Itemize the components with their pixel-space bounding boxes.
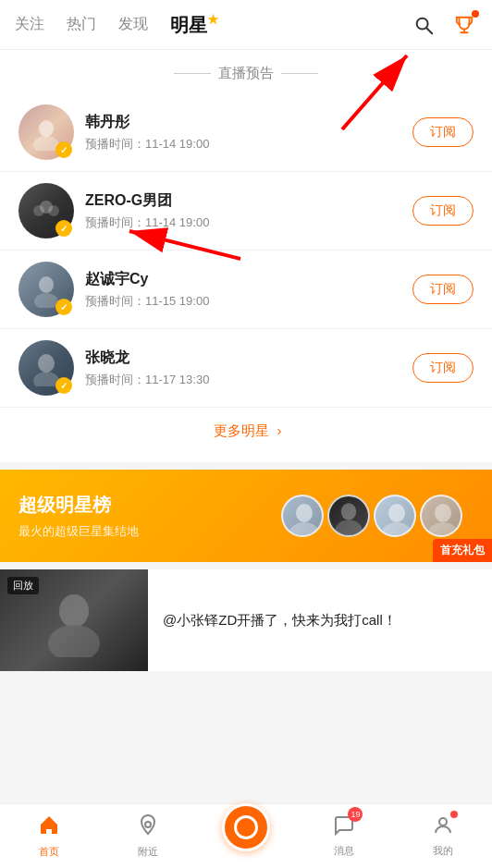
live-button[interactable]: [222, 803, 270, 851]
star-name-han: 韩丹彤: [85, 113, 412, 132]
star-item-han: ✓ 韩丹彤 预播时间：11-14 19:00 订阅: [0, 93, 492, 172]
banner-avatar-3: [374, 495, 416, 537]
star-time-zero: 预播时间：11-14 19:00: [85, 214, 412, 231]
nav-stars[interactable]: 明星★: [170, 12, 219, 38]
more-stars-link[interactable]: 更多明星 ›: [0, 408, 492, 455]
nav-icons: [411, 12, 477, 38]
avatar-wrap-han: ✓: [18, 104, 74, 160]
avatar-wrap-zhang: ✓: [18, 340, 74, 396]
star-info-zhao: 赵诚宇Cy 预播时间：11-15 19:00: [85, 270, 412, 310]
star-info-han: 韩丹彤 预播时间：11-14 19:00: [85, 113, 412, 153]
messages-icon-wrap: 19: [333, 814, 355, 840]
nav-tab-nearby[interactable]: 附近: [98, 813, 196, 859]
nav-tab-live[interactable]: [197, 822, 295, 851]
nav-items: 关注 热门 发现 明星★: [15, 12, 411, 38]
star-name-zhang: 张晓龙: [85, 348, 412, 368]
svg-point-9: [38, 354, 55, 373]
mine-icon: [432, 814, 454, 837]
replay-badge: 回放: [7, 577, 39, 594]
mine-label: 我的: [433, 844, 453, 858]
svg-point-6: [48, 205, 59, 216]
svg-point-12: [289, 522, 319, 537]
banner-avatar-1: [281, 495, 324, 537]
bottom-nav: 首页 附近 19 消息 我: [0, 803, 492, 868]
svg-point-25: [439, 818, 447, 825]
messages-badge: 19: [348, 807, 363, 822]
home-label: 首页: [39, 845, 59, 859]
star-name-zhao: 赵诚宇Cy: [85, 270, 412, 289]
messages-label: 消息: [334, 844, 354, 858]
banner-text: 超级明星榜 最火的超级巨星集结地: [18, 493, 281, 540]
star-item-zero: ✓ ZERO-G男团 预播时间：11-14 19:00 订阅: [0, 172, 492, 251]
super-star-banner[interactable]: 超级明星榜 最火的超级巨星集结地 首充礼包: [0, 470, 492, 562]
svg-point-2: [39, 120, 54, 137]
nav-follow[interactable]: 关注: [15, 15, 44, 34]
live-preview-section: 直播预告 ✓ 韩丹彤 预播时间：11-14 19:00 订阅: [0, 50, 492, 462]
svg-point-20: [48, 625, 100, 657]
star-info-zero: ZERO-G男团 预播时间：11-14 19:00: [85, 191, 412, 231]
main-content: 关注 热门 发现 明星★ 直播预告: [0, 0, 492, 743]
banner-subtitle: 最火的超级巨星集结地: [18, 523, 281, 540]
video-thumbnail: 回放: [0, 569, 148, 671]
top-nav: 关注 热门 发现 明星★: [0, 0, 492, 50]
svg-point-14: [335, 520, 362, 537]
subscribe-btn-zero[interactable]: 订阅: [412, 196, 474, 226]
video-card[interactable]: 回放 @小张铎ZD开播了，快来为我打call！: [0, 569, 492, 671]
svg-point-16: [382, 522, 412, 537]
trophy-button[interactable]: [451, 12, 477, 38]
star-name-zero: ZERO-G男团: [85, 191, 412, 211]
nearby-label: 附近: [138, 845, 158, 859]
nav-tab-home[interactable]: 首页: [0, 813, 98, 859]
svg-point-24: [145, 822, 151, 827]
star-item-zhang: ✓ 张晓龙 预播时间：11-17 13:30 订阅: [0, 329, 492, 408]
nav-tab-mine[interactable]: 我的: [394, 814, 492, 858]
nav-hot[interactable]: 热门: [67, 15, 96, 34]
subscribe-btn-zhang[interactable]: 订阅: [412, 353, 474, 383]
svg-point-13: [341, 503, 356, 520]
nav-discover[interactable]: 发现: [118, 15, 148, 34]
star-time-zhang: 预播时间：11-17 13:30: [85, 372, 412, 388]
verified-badge-zero: ✓: [55, 220, 72, 237]
svg-point-19: [59, 594, 89, 628]
live-button-inner: [234, 815, 258, 839]
search-button[interactable]: [411, 12, 437, 38]
subscribe-btn-han[interactable]: 订阅: [412, 117, 474, 147]
svg-point-17: [435, 504, 451, 522]
star-item-zhao: ✓ 赵诚宇Cy 预播时间：11-15 19:00 订阅: [0, 251, 492, 329]
banner-avatar-4: [420, 495, 462, 537]
svg-point-7: [39, 276, 54, 293]
avatar-wrap-zhao: ✓: [18, 262, 74, 317]
avatar-wrap-zero: ✓: [18, 183, 74, 238]
video-description: @小张铎ZD开播了，快来为我打call！: [163, 610, 397, 631]
star-time-zhao: 预播时间：11-15 19:00: [85, 293, 412, 310]
star-time-han: 预播时间：11-14 19:00: [85, 136, 412, 153]
banner-avatar-2: [327, 495, 370, 537]
svg-point-15: [388, 504, 405, 522]
verified-badge-zhao: ✓: [55, 299, 72, 315]
mine-dot: [450, 811, 458, 818]
verified-badge-han: ✓: [55, 141, 72, 158]
more-stars-arrow: ›: [277, 422, 282, 438]
video-info: @小张铎ZD开播了，快来为我打call！: [148, 569, 492, 671]
star-icon: ★: [207, 12, 219, 27]
section-title: 直播预告: [0, 65, 492, 82]
home-icon: [38, 813, 60, 841]
mine-icon-wrap: [432, 814, 454, 840]
subscribe-btn-zhao[interactable]: 订阅: [412, 275, 474, 304]
nearby-icon: [137, 813, 159, 841]
verified-badge-zhang: ✓: [55, 377, 72, 394]
svg-line-1: [426, 28, 432, 33]
nav-tab-messages[interactable]: 19 消息: [295, 814, 393, 858]
banner-title: 超级明星榜: [18, 493, 281, 518]
svg-point-11: [296, 504, 313, 522]
gift-box-badge[interactable]: 首充礼包: [433, 539, 492, 562]
banner-avatars: [281, 495, 462, 537]
star-info-zhang: 张晓龙 预播时间：11-17 13:30: [85, 348, 412, 388]
svg-point-18: [428, 522, 458, 537]
